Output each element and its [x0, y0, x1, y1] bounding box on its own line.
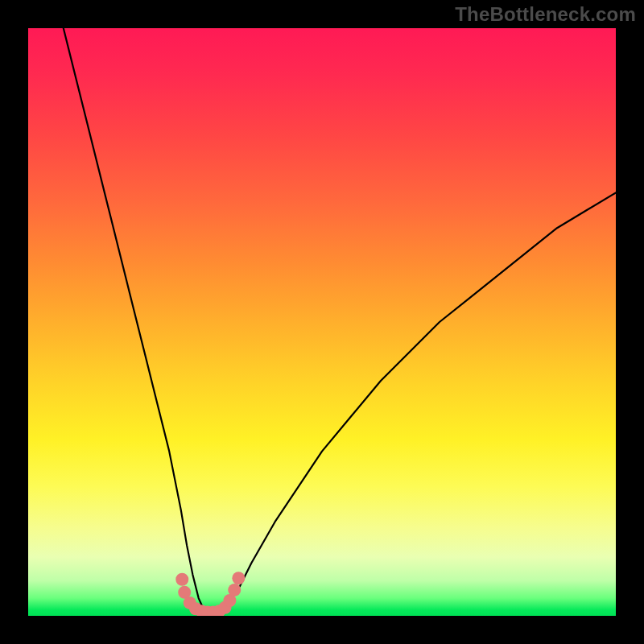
plot-area [28, 28, 616, 616]
marker-dot [228, 584, 241, 597]
marker-dot [232, 572, 245, 584]
curve-svg [28, 28, 616, 616]
watermark-text: TheBottleneck.com [455, 3, 636, 26]
marker-group [175, 572, 245, 616]
marker-dot [175, 573, 188, 586]
bottleneck-curve [64, 28, 616, 613]
chart-frame: TheBottleneck.com [0, 0, 644, 644]
